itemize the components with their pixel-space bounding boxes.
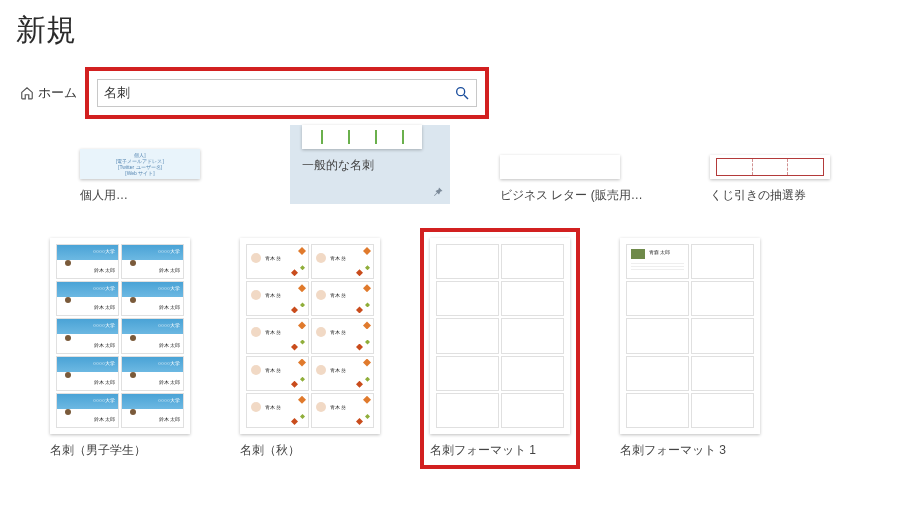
- template-thumb: 個人][電子メールアドレス][Twitter ユーザー名][Web サイト]: [80, 149, 200, 179]
- template-thumb: [302, 125, 422, 149]
- template-ippan[interactable]: 一般的な名刺: [290, 125, 450, 204]
- template-label: ビジネス レター (販売用…: [500, 187, 660, 204]
- pin-icon[interactable]: [432, 186, 444, 198]
- template-label: 一般的な名刺: [302, 157, 432, 174]
- template-thumb: [500, 155, 620, 179]
- search-highlight: [85, 67, 489, 119]
- search-input[interactable]: [104, 86, 454, 101]
- home-link[interactable]: ホーム: [20, 84, 77, 102]
- template-thumb: 青木 葵 青木 葵 青木 葵 青木 葵 青木 葵 青木 葵 青木 葵 青木 葵 …: [240, 238, 380, 434]
- template-format-3[interactable]: 青森 太郎 名刺フォーマット 3: [620, 238, 760, 459]
- template-thumb: [710, 155, 830, 179]
- search-box[interactable]: [97, 79, 477, 107]
- page-title: 新規: [16, 10, 884, 51]
- template-highlight: 名刺フォーマット 1: [420, 228, 580, 469]
- template-format-1[interactable]: 名刺フォーマット 1: [430, 238, 570, 459]
- template-thumb: [430, 238, 570, 434]
- home-label: ホーム: [38, 84, 77, 102]
- template-label: 個人用…: [80, 187, 240, 204]
- template-thumb: 青森 太郎: [620, 238, 760, 434]
- svg-point-0: [457, 88, 465, 96]
- template-letter[interactable]: ビジネス レター (販売用…: [500, 155, 660, 204]
- template-label: くじ引きの抽選券: [710, 187, 870, 204]
- template-label: 名刺（男子学生）: [50, 442, 190, 459]
- template-kuji[interactable]: くじ引きの抽選券: [710, 155, 870, 204]
- template-kojin[interactable]: 個人][電子メールアドレス][Twitter ユーザー名][Web サイト] 個…: [80, 149, 240, 204]
- template-autumn[interactable]: 青木 葵 青木 葵 青木 葵 青木 葵 青木 葵 青木 葵 青木 葵 青木 葵 …: [240, 238, 380, 459]
- svg-line-1: [464, 95, 468, 99]
- template-thumb: ○○○○大学鈴木 太郎 ○○○○大学鈴木 太郎 ○○○○大学鈴木 太郎 ○○○○…: [50, 238, 190, 434]
- template-boy-student[interactable]: ○○○○大学鈴木 太郎 ○○○○大学鈴木 太郎 ○○○○大学鈴木 太郎 ○○○○…: [50, 238, 190, 459]
- template-label: 名刺フォーマット 1: [430, 442, 570, 459]
- template-label: 名刺（秋）: [240, 442, 380, 459]
- template-label: 名刺フォーマット 3: [620, 442, 760, 459]
- home-icon: [20, 86, 34, 100]
- search-icon[interactable]: [454, 85, 470, 101]
